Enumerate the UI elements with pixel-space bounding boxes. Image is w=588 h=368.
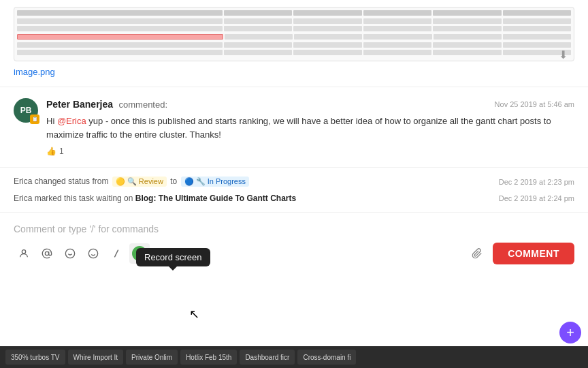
svg-line-8 bbox=[114, 250, 118, 258]
cursor-indicator: ↖ bbox=[189, 307, 199, 322]
comment-author-line: Peter Banerjea commented: bbox=[46, 98, 167, 110]
task-link[interactable]: Blog: The Ultimate Guide To Gantt Charts bbox=[135, 194, 296, 203]
activity-timestamp-2: Dec 2 2019 at 2:24 pm bbox=[499, 194, 574, 202]
taskbar: 350% turbos TV Whire Import It Private O… bbox=[0, 346, 588, 368]
comment-section: PB 📋 Peter Banerjea commented: Nov 25 20… bbox=[0, 87, 588, 168]
activity-item-2: Erica marked this task waiting on Blog: … bbox=[14, 190, 574, 206]
comment-button[interactable]: COMMENT bbox=[493, 243, 574, 264]
activity-item: Erica changed status from 🟡 🔍 Review to … bbox=[14, 173, 574, 190]
smiley-icon[interactable] bbox=[83, 243, 103, 264]
svg-point-0 bbox=[22, 250, 25, 254]
taskbar-item-0[interactable]: 350% turbos TV bbox=[5, 350, 65, 365]
main-container: ⬇ image.png PB 📋 Peter Banerjea commente… bbox=[0, 0, 588, 368]
emoji-icon[interactable] bbox=[60, 243, 80, 264]
taskbar-item-1[interactable]: Whire Import It bbox=[68, 350, 124, 365]
taskbar-item-2[interactable]: Private Onlim bbox=[126, 350, 178, 365]
status-badge-inprogress: 🔵 🔧 In Progress bbox=[181, 177, 249, 187]
toolbar-right: COMMENT bbox=[467, 243, 574, 264]
download-icon[interactable]: ⬇ bbox=[559, 48, 568, 61]
comment-body: Peter Banerjea commented: Nov 25 2019 at… bbox=[46, 98, 574, 156]
comment-input-area: Comment or type '/' for commands Record … bbox=[0, 213, 588, 346]
activity-to-1: to bbox=[170, 177, 179, 186]
taskbar-item-5[interactable]: Cross-domain fi bbox=[297, 350, 356, 365]
comment-text: Hi @Erica yup - once this is published a… bbox=[46, 114, 574, 141]
svg-point-2 bbox=[65, 249, 74, 258]
attachment-icon[interactable] bbox=[467, 243, 487, 264]
avatar: PB 📋 bbox=[14, 98, 38, 123]
activity-pre-2: Erica marked this task waiting on bbox=[14, 194, 135, 203]
image-filename[interactable]: image.png bbox=[14, 67, 574, 77]
at-mention-icon[interactable] bbox=[37, 243, 57, 264]
fab-button[interactable]: + bbox=[559, 322, 581, 343]
svg-point-5 bbox=[88, 249, 97, 258]
taskbar-item-3[interactable]: Hotlix Feb 15th bbox=[180, 350, 237, 365]
activity-pre-1: Erica changed status from bbox=[14, 177, 111, 186]
comment-placeholder[interactable]: Comment or type '/' for commands bbox=[14, 221, 574, 237]
commented-label: commented: bbox=[119, 99, 168, 110]
commenter-name: Peter Banerjea bbox=[46, 99, 113, 110]
comment-header: Peter Banerjea commented: Nov 25 2019 at… bbox=[46, 98, 574, 110]
like-button[interactable]: 👍 1 bbox=[46, 147, 574, 156]
avatar-badge: 📋 bbox=[30, 114, 39, 124]
activity-text-1: Erica changed status from 🟡 🔍 Review to … bbox=[14, 177, 499, 187]
person-icon[interactable] bbox=[14, 243, 34, 264]
status-badge-review: 🟡 🔍 Review bbox=[112, 177, 167, 187]
taskbar-item-4[interactable]: Dashboard ficr bbox=[240, 350, 295, 365]
mention-erica[interactable]: @Erica bbox=[57, 116, 86, 126]
activity-timestamp-1: Dec 2 2019 at 2:23 pm bbox=[499, 178, 574, 186]
image-preview-section: ⬇ image.png bbox=[0, 0, 588, 87]
comment-text-post: yup - once this is published and starts … bbox=[46, 116, 551, 140]
comment-text-pre: Hi bbox=[46, 116, 57, 126]
slash-command-icon[interactable] bbox=[106, 243, 127, 264]
toolbar-left bbox=[14, 243, 150, 264]
like-count: 1 bbox=[59, 147, 64, 156]
svg-point-1 bbox=[45, 251, 48, 255]
activity-text-2: Erica marked this task waiting on Blog: … bbox=[14, 194, 499, 203]
comment-toolbar: COMMENT bbox=[14, 237, 574, 264]
image-thumbnail bbox=[14, 7, 574, 61]
thumbs-up-icon: 👍 bbox=[46, 147, 56, 156]
record-screen-tooltip: Record screen bbox=[136, 248, 210, 266]
activity-log: Erica changed status from 🟡 🔍 Review to … bbox=[0, 168, 588, 213]
avatar-initials: PB bbox=[20, 106, 32, 115]
comment-timestamp: Nov 25 2019 at 5:46 am bbox=[495, 100, 574, 108]
